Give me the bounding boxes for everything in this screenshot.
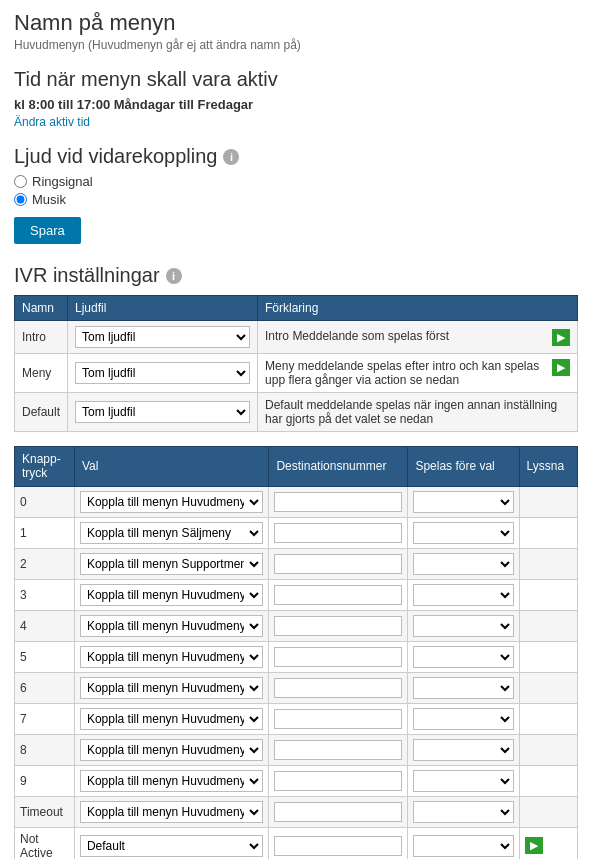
ivr-audio-select[interactable]: Tom ljudfil <box>75 401 250 423</box>
key-val-select[interactable]: Koppla till menyn HuvudmenyKoppla till m… <box>80 491 264 513</box>
key-play-select[interactable]: Option 1Option 2 <box>413 553 513 575</box>
key-val-select[interactable]: Koppla till menyn HuvudmenyKoppla till m… <box>80 584 264 606</box>
key-cell-val[interactable]: Koppla till menyn HuvudmenyKoppla till m… <box>74 827 269 859</box>
key-dest-input[interactable] <box>274 678 402 698</box>
active-time-title: Tid när menyn skall vara aktiv <box>14 68 578 91</box>
key-play-select[interactable]: Option 1Option 2 <box>413 615 513 637</box>
ivr-th-name: Namn <box>15 296 68 321</box>
ivr-cell-audio[interactable]: Tom ljudfil <box>68 354 258 393</box>
ivr-cell-audio[interactable]: Tom ljudfil <box>68 321 258 354</box>
key-dest-input[interactable] <box>274 709 402 729</box>
ivr-cell-explain: Meny meddelande spelas efter intro och k… <box>258 354 578 393</box>
key-play-select[interactable]: Option 1Option 2 <box>413 646 513 668</box>
key-cell-val[interactable]: Koppla till menyn HuvudmenyKoppla till m… <box>74 672 269 703</box>
key-dest-input[interactable] <box>274 616 402 636</box>
key-cell-listen[interactable]: ▶ <box>519 827 577 859</box>
key-cell-dest[interactable] <box>269 610 408 641</box>
radio-music[interactable] <box>14 193 27 206</box>
key-dest-input[interactable] <box>274 836 402 856</box>
key-play-select[interactable]: Option 1Option 2 <box>413 491 513 513</box>
key-play-select[interactable]: Option 1Option 2 <box>413 708 513 730</box>
key-dest-input[interactable] <box>274 771 402 791</box>
key-row: 8 Koppla till menyn HuvudmenyKoppla till… <box>15 734 578 765</box>
key-cell-key: 8 <box>15 734 75 765</box>
key-cell-val[interactable]: Koppla till menyn HuvudmenyKoppla till m… <box>74 641 269 672</box>
key-play-select[interactable]: Option 1Option 2 <box>413 739 513 761</box>
key-cell-play[interactable]: Option 1Option 2 <box>408 765 519 796</box>
key-cell-dest[interactable] <box>269 765 408 796</box>
key-val-select[interactable]: Koppla till menyn HuvudmenyKoppla till m… <box>80 708 264 730</box>
key-dest-input[interactable] <box>274 554 402 574</box>
key-val-select[interactable]: Koppla till menyn HuvudmenyKoppla till m… <box>80 615 264 637</box>
key-play-select[interactable]: Option 1Option 2 <box>413 677 513 699</box>
key-dest-input[interactable] <box>274 740 402 760</box>
sound-info-icon[interactable]: i <box>223 149 239 165</box>
key-cell-play[interactable]: Option 1Option 2 <box>408 827 519 859</box>
key-cell-play[interactable]: Option 1Option 2 <box>408 579 519 610</box>
key-cell-val[interactable]: Koppla till menyn HuvudmenyKoppla till m… <box>74 796 269 827</box>
ivr-row: Meny Tom ljudfil Meny meddelande spelas … <box>15 354 578 393</box>
key-val-select[interactable]: Koppla till menyn HuvudmenyKoppla till m… <box>80 677 264 699</box>
radio-ring[interactable] <box>14 175 27 188</box>
key-cell-val[interactable]: Koppla till menyn HuvudmenyKoppla till m… <box>74 734 269 765</box>
key-val-select[interactable]: Koppla till menyn HuvudmenyKoppla till m… <box>80 646 264 668</box>
key-cell-play[interactable]: Option 1Option 2 <box>408 672 519 703</box>
save-button[interactable]: Spara <box>14 217 81 244</box>
key-cell-dest[interactable] <box>269 672 408 703</box>
key-val-select[interactable]: Koppla till menyn HuvudmenyKoppla till m… <box>80 835 264 857</box>
key-cell-val[interactable]: Koppla till menyn HuvudmenyKoppla till m… <box>74 765 269 796</box>
key-cell-val[interactable]: Koppla till menyn HuvudmenyKoppla till m… <box>74 703 269 734</box>
key-cell-dest[interactable] <box>269 641 408 672</box>
key-play-select[interactable]: Option 1Option 2 <box>413 770 513 792</box>
ivr-info-icon[interactable]: i <box>166 268 182 284</box>
key-val-select[interactable]: Koppla till menyn HuvudmenyKoppla till m… <box>80 522 264 544</box>
key-cell-val[interactable]: Koppla till menyn HuvudmenyKoppla till m… <box>74 486 269 517</box>
key-play-select[interactable]: Option 1Option 2 <box>413 584 513 606</box>
key-cell-dest[interactable] <box>269 486 408 517</box>
ivr-cell-explain: Intro Meddelande som spelas först ▶ <box>258 321 578 354</box>
ivr-cell-audio[interactable]: Tom ljudfil <box>68 393 258 432</box>
key-cell-dest[interactable] <box>269 517 408 548</box>
key-cell-dest[interactable] <box>269 703 408 734</box>
key-val-select[interactable]: Koppla till menyn HuvudmenyKoppla till m… <box>80 553 264 575</box>
key-val-select[interactable]: Koppla till menyn HuvudmenyKoppla till m… <box>80 770 264 792</box>
radio-ring-label[interactable]: Ringsignal <box>14 174 578 189</box>
key-cell-dest[interactable] <box>269 548 408 579</box>
change-active-time-link[interactable]: Ändra aktiv tid <box>14 115 90 129</box>
key-cell-val[interactable]: Koppla till menyn HuvudmenyKoppla till m… <box>74 579 269 610</box>
key-cell-play[interactable]: Option 1Option 2 <box>408 796 519 827</box>
key-dest-input[interactable] <box>274 492 402 512</box>
key-cell-play[interactable]: Option 1Option 2 <box>408 517 519 548</box>
key-play-select[interactable]: Option 1Option 2 <box>413 835 513 857</box>
ivr-audio-select[interactable]: Tom ljudfil <box>75 362 250 384</box>
ivr-play-button[interactable]: ▶ <box>552 359 570 376</box>
ivr-audio-select[interactable]: Tom ljudfil <box>75 326 250 348</box>
key-cell-dest[interactable] <box>269 734 408 765</box>
key-cell-play[interactable]: Option 1Option 2 <box>408 486 519 517</box>
ivr-row: Intro Tom ljudfil Intro Meddelande som s… <box>15 321 578 354</box>
radio-music-label[interactable]: Musik <box>14 192 578 207</box>
key-cell-play[interactable]: Option 1Option 2 <box>408 610 519 641</box>
key-cell-dest[interactable] <box>269 827 408 859</box>
key-val-select[interactable]: Koppla till menyn HuvudmenyKoppla till m… <box>80 739 264 761</box>
key-cell-listen <box>519 486 577 517</box>
key-listen-button[interactable]: ▶ <box>525 837 543 854</box>
key-cell-val[interactable]: Koppla till menyn HuvudmenyKoppla till m… <box>74 517 269 548</box>
ivr-play-button[interactable]: ▶ <box>552 329 570 346</box>
key-play-select[interactable]: Option 1Option 2 <box>413 522 513 544</box>
key-cell-play[interactable]: Option 1Option 2 <box>408 548 519 579</box>
key-cell-val[interactable]: Koppla till menyn HuvudmenyKoppla till m… <box>74 548 269 579</box>
key-dest-input[interactable] <box>274 523 402 543</box>
key-cell-val[interactable]: Koppla till menyn HuvudmenyKoppla till m… <box>74 610 269 641</box>
key-cell-listen <box>519 610 577 641</box>
key-dest-input[interactable] <box>274 802 402 822</box>
key-dest-input[interactable] <box>274 647 402 667</box>
key-play-select[interactable]: Option 1Option 2 <box>413 801 513 823</box>
key-cell-play[interactable]: Option 1Option 2 <box>408 641 519 672</box>
key-cell-play[interactable]: Option 1Option 2 <box>408 703 519 734</box>
key-cell-play[interactable]: Option 1Option 2 <box>408 734 519 765</box>
key-val-select[interactable]: Koppla till menyn HuvudmenyKoppla till m… <box>80 801 264 823</box>
key-cell-dest[interactable] <box>269 796 408 827</box>
key-cell-dest[interactable] <box>269 579 408 610</box>
key-dest-input[interactable] <box>274 585 402 605</box>
